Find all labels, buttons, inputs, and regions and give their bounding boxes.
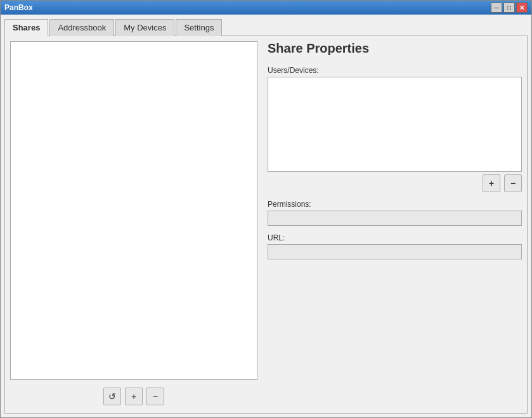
permissions-label: Permissions: (268, 200, 522, 209)
shares-list[interactable] (10, 41, 257, 380)
window-controls: ─ □ ✕ (491, 3, 528, 13)
permissions-input[interactable] (268, 211, 522, 226)
url-input[interactable] (268, 244, 522, 259)
tab-my-devices[interactable]: My Devices (115, 19, 174, 36)
permissions-group: Permissions: (268, 200, 522, 226)
users-devices-group: Users/Devices: + − (268, 66, 522, 192)
left-panel: ↺ + − (10, 41, 257, 408)
main-window: PanBox ─ □ ✕ Shares Addressbook My Devic… (0, 0, 532, 418)
remove-user-button[interactable]: − (504, 174, 522, 192)
tab-addressbook[interactable]: Addressbook (49, 19, 114, 36)
tab-settings[interactable]: Settings (176, 19, 222, 36)
users-devices-label: Users/Devices: (268, 66, 522, 75)
add-user-button[interactable]: + (483, 174, 500, 192)
window-content: Shares Addressbook My Devices Settings ↺… (1, 15, 531, 417)
users-devices-buttons: + − (268, 174, 522, 192)
users-devices-list[interactable] (268, 77, 522, 172)
window-title: PanBox (4, 3, 33, 12)
share-properties-title: Share Properties (268, 41, 522, 56)
url-group: URL: (268, 233, 522, 259)
minimize-button[interactable]: ─ (491, 3, 502, 13)
refresh-button[interactable]: ↺ (103, 388, 121, 405)
title-bar: PanBox ─ □ ✕ (1, 1, 531, 15)
right-panel: Share Properties Users/Devices: + − Perm… (268, 41, 522, 408)
remove-share-button[interactable]: − (146, 388, 164, 405)
maximize-button[interactable]: □ (503, 3, 515, 13)
tab-content: ↺ + − Share Properties Users/Devices: + … (4, 36, 528, 414)
tab-shares[interactable]: Shares (4, 19, 48, 36)
close-button[interactable]: ✕ (516, 3, 528, 13)
add-share-button[interactable]: + (125, 388, 143, 405)
url-label: URL: (268, 233, 522, 242)
bottom-toolbar: ↺ + − (10, 385, 257, 408)
tab-bar: Shares Addressbook My Devices Settings (4, 18, 528, 36)
